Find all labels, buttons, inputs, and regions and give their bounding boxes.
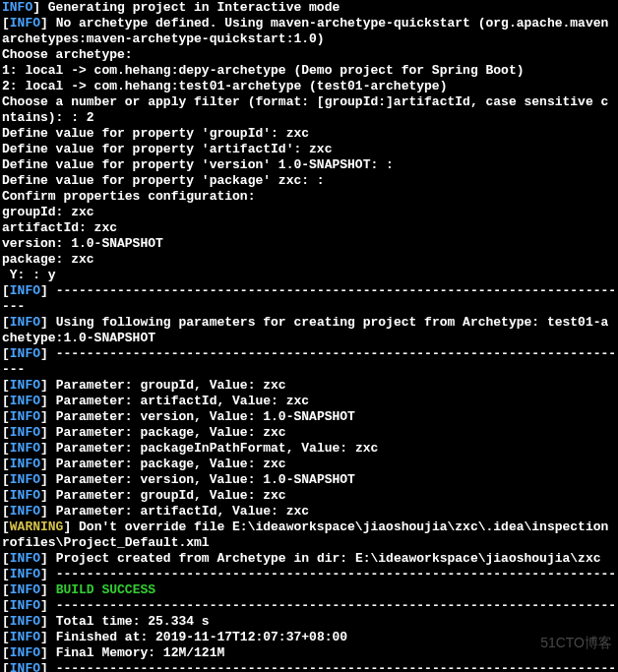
log-text: [: [2, 645, 10, 660]
log-text: [: [2, 661, 10, 672]
log-text: ] --------------------------------------…: [40, 661, 616, 672]
terminal-line: archetypes:maven-archetype-quickstart:1.…: [2, 31, 616, 47]
terminal-line: INFO] Generating project in Interactive …: [2, 0, 616, 16]
terminal-line: ntains): : 2: [2, 110, 616, 126]
log-level-info: INFO: [10, 614, 40, 629]
log-level-info: INFO: [10, 16, 40, 31]
log-text: ] Total time: 25.334 s: [40, 614, 210, 629]
terminal-line: ---: [2, 362, 616, 378]
terminal-line: [INFO] Project created from Archetype in…: [2, 551, 616, 567]
log-text: ] Parameter: version, Value: 1.0-SNAPSHO…: [40, 409, 355, 424]
log-level-warning: WARNING: [10, 519, 64, 534]
terminal-line: [INFO] ---------------------------------…: [2, 598, 616, 614]
log-text: [: [2, 16, 10, 31]
log-text: chetype:1.0-SNAPSHOT: [2, 331, 155, 345]
log-level-info: INFO: [10, 409, 40, 424]
log-text: [: [2, 582, 10, 597]
log-text: ]: [40, 582, 56, 597]
log-text: Define value for property 'package' zxc:…: [2, 173, 325, 188]
terminal-line: groupId: zxc: [2, 205, 616, 220]
terminal-line: ---: [2, 299, 616, 315]
terminal-line: [INFO] ---------------------------------…: [2, 346, 616, 362]
terminal-line: [INFO] BUILD SUCCESS: [2, 582, 616, 598]
terminal-line: 2: local -> com.hehang:test01-archetype …: [2, 79, 616, 94]
log-text: Choose a number or apply filter (format:…: [2, 94, 608, 109]
log-text: [: [2, 425, 10, 440]
log-text: [: [2, 488, 10, 503]
log-level-info: INFO: [10, 488, 40, 503]
terminal-line: [INFO] No archetype defined. Using maven…: [2, 16, 616, 31]
log-text: ] Don't override file E:\ideaworkspace\j…: [63, 519, 608, 534]
log-text: [: [2, 394, 10, 408]
log-level-info: INFO: [10, 315, 40, 330]
terminal-line: [INFO] Final Memory: 12M/121M: [2, 645, 616, 661]
terminal-line: [INFO] Parameter: version, Value: 1.0-SN…: [2, 472, 616, 488]
log-text: ---: [2, 362, 25, 377]
log-level-info: INFO: [10, 551, 40, 566]
log-text: ] --------------------------------------…: [40, 283, 616, 298]
log-text: ] Parameter: groupId, Value: zxc: [40, 378, 286, 393]
terminal-line: [INFO] Finished at: 2019-11-17T12:07:37+…: [2, 630, 616, 645]
log-text: [: [2, 551, 10, 566]
terminal-line: Choose archetype:: [2, 47, 616, 63]
log-level-info: INFO: [10, 425, 40, 440]
terminal-line: artifactId: zxc: [2, 220, 616, 236]
log-level-info: INFO: [10, 441, 40, 456]
log-text: Confirm properties configuration:: [2, 189, 255, 204]
log-level-info: INFO: [10, 378, 40, 393]
log-text: ] --------------------------------------…: [40, 346, 616, 361]
terminal-line: Define value for property 'artifactId': …: [2, 142, 616, 157]
log-text: Define value for property 'version' 1.0-…: [2, 157, 394, 172]
log-text: artifactId: zxc: [2, 220, 117, 235]
terminal-line: Confirm properties configuration:: [2, 189, 616, 205]
terminal-line: [INFO] Parameter: packageInPathFormat, V…: [2, 441, 616, 457]
log-text: package: zxc: [2, 252, 94, 267]
log-level-info: INFO: [10, 645, 40, 660]
log-level-info: INFO: [10, 472, 40, 487]
terminal-line: rofiles\Project_Default.xml: [2, 535, 616, 551]
terminal-line: [INFO] Parameter: artifactId, Value: zxc: [2, 504, 616, 519]
terminal-line: [INFO] Parameter: groupId, Value: zxc: [2, 378, 616, 394]
log-text: archetypes:maven-archetype-quickstart:1.…: [2, 31, 325, 46]
terminal-line: chetype:1.0-SNAPSHOT: [2, 331, 616, 346]
log-text: Define value for property 'groupId': zxc: [2, 126, 309, 141]
log-text: ] Parameter: artifactId, Value: zxc: [40, 504, 309, 519]
log-text: [: [2, 519, 10, 534]
log-text: ] --------------------------------------…: [40, 598, 616, 613]
log-text: ] Parameter: packageInPathFormat, Value:…: [40, 441, 378, 456]
log-level-info: INFO: [10, 582, 40, 597]
log-text: version: 1.0-SNAPSHOT: [2, 236, 163, 251]
log-text: ] Parameter: artifactId, Value: zxc: [40, 394, 309, 408]
log-text: [: [2, 346, 10, 361]
log-text: [: [2, 378, 10, 393]
log-level-info: INFO: [10, 346, 40, 361]
log-text: 2: local -> com.hehang:test01-archetype …: [2, 79, 447, 93]
log-text: ntains): : 2: [2, 110, 94, 125]
log-text: Choose archetype:: [2, 47, 133, 62]
terminal-line: [INFO] Parameter: version, Value: 1.0-SN…: [2, 409, 616, 425]
terminal-line: Define value for property 'version' 1.0-…: [2, 157, 616, 173]
terminal-line: [INFO] ---------------------------------…: [2, 567, 616, 582]
log-text: [: [2, 567, 10, 581]
terminal-line: [INFO] Parameter: package, Value: zxc: [2, 457, 616, 472]
build-success: BUILD SUCCESS: [56, 582, 155, 597]
terminal-line: package: zxc: [2, 252, 616, 268]
log-text: ] Generating project in Interactive mode: [32, 0, 340, 15]
log-text: ---: [2, 299, 25, 314]
terminal-line: [INFO] ---------------------------------…: [2, 661, 616, 672]
log-text: Define value for property 'artifactId': …: [2, 142, 332, 156]
log-level-info: INFO: [2, 0, 32, 15]
log-text: [: [2, 315, 10, 330]
terminal-line: Y: : y: [2, 268, 616, 283]
terminal-line: [INFO] ---------------------------------…: [2, 283, 616, 299]
log-level-info: INFO: [10, 661, 40, 672]
terminal-line: Define value for property 'groupId': zxc: [2, 126, 616, 142]
log-text: [: [2, 504, 10, 519]
log-text: [: [2, 441, 10, 456]
terminal-line: Define value for property 'package' zxc:…: [2, 173, 616, 189]
terminal-line: [INFO] Total time: 25.334 s: [2, 614, 616, 630]
log-text: [: [2, 457, 10, 471]
log-text: ] Using following parameters for creatin…: [40, 315, 608, 330]
terminal-output: INFO] Generating project in Interactive …: [0, 0, 618, 672]
terminal-line: [INFO] Using following parameters for cr…: [2, 315, 616, 331]
